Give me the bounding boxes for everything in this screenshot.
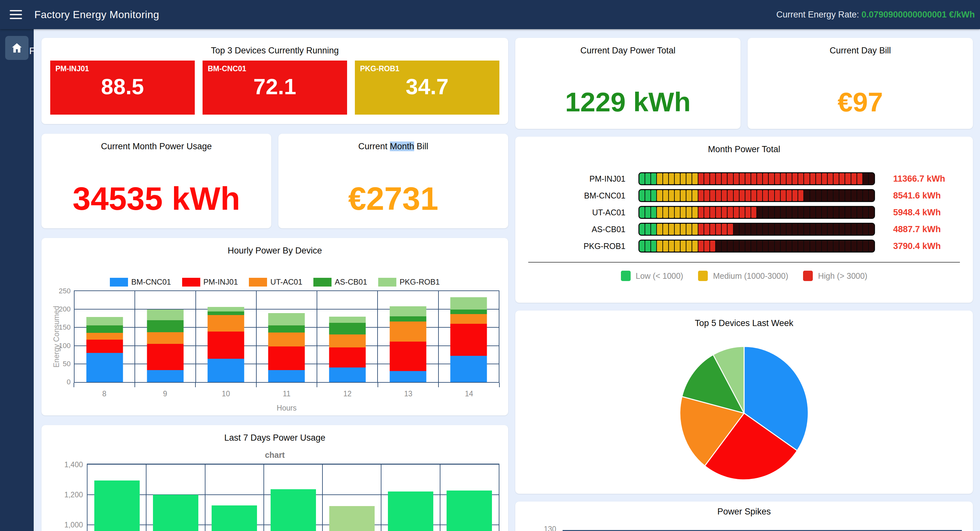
hamburger-menu-icon[interactable]: [10, 10, 22, 19]
gauge-segment: [640, 190, 644, 201]
gauge-segment: [816, 207, 821, 218]
gauge-segment: [722, 241, 727, 252]
bar-segment: [86, 325, 123, 333]
gauge-segment: [798, 190, 803, 201]
gauge-segment: [698, 190, 703, 201]
gauge-segment: [745, 173, 751, 184]
device-tile-label: PM-INJ01: [50, 60, 195, 73]
gauge-segment: [769, 190, 774, 201]
gauge-segment: [857, 190, 862, 201]
gridline-vertical: [322, 464, 323, 531]
hourly-legend-item: UT-AC01: [249, 277, 302, 287]
bar-segment: [329, 317, 366, 323]
gauge-device-label: PKG-ROB1: [515, 241, 638, 251]
gauge-segment: [751, 190, 756, 201]
gauge-bar: [638, 239, 875, 252]
card-last7-days: Last 7 Days Power Usage chart 1,4001,200…: [41, 425, 508, 531]
gauge-segment: [722, 190, 727, 201]
card-title: Month Power Total: [515, 136, 973, 154]
gauge-segment: [763, 241, 768, 252]
bar-segment: [390, 322, 426, 342]
gauge-segment: [681, 224, 686, 235]
legend-label: Medium (1000-3000): [713, 271, 788, 281]
gauge-segment: [645, 207, 651, 218]
gauge-segment: [834, 224, 839, 235]
gridline-vertical: [205, 464, 205, 531]
gauge-segment: [716, 190, 721, 201]
card-title: Current Month Power Usage: [41, 134, 271, 152]
y-tick-label: 1,200: [64, 491, 83, 499]
axis-tick: [195, 383, 196, 387]
gauge-segment: [851, 224, 856, 235]
gauge-segment: [845, 173, 850, 184]
gauge-segment: [734, 207, 739, 218]
device-tile-value: 34.7: [355, 74, 500, 99]
axis-tick: [438, 383, 439, 387]
hour-group: [317, 291, 378, 382]
card-current-day-power-total: Current Day Power Total 1229 kWh: [515, 38, 740, 129]
stacked-bar: [450, 291, 487, 382]
gauge-segment: [810, 241, 815, 252]
gauge-segment: [816, 224, 821, 235]
gauge-segment: [669, 190, 674, 201]
gauge-segment: [669, 173, 674, 184]
x-tick-label: 11: [256, 390, 317, 398]
gauge-segment: [740, 173, 745, 184]
title-highlighted-word: Month: [390, 141, 414, 151]
bar-segment: [329, 368, 366, 382]
x-tick-label: 12: [317, 390, 378, 398]
axis-tick: [317, 383, 317, 387]
device-tile: PKG-ROB134.7: [355, 60, 500, 115]
gauge-segment: [663, 241, 668, 252]
card-current-month-power-usage: Current Month Power Usage 34535 kWh: [41, 134, 271, 228]
gauge-device-label: UT-AC01: [515, 208, 638, 217]
gauge-segment: [834, 190, 839, 201]
title-part: Bill: [417, 141, 428, 151]
legend-label: High (> 3000): [818, 271, 867, 281]
bar-segment: [208, 315, 244, 331]
gauge-segment: [745, 207, 751, 218]
gauge-legend: Low (< 1000)Medium (1000-3000)High (> 30…: [515, 271, 973, 281]
gridline-vertical: [264, 464, 264, 531]
gridline-vertical: [381, 464, 382, 531]
gauge-segment: [640, 173, 644, 184]
gauge-segment: [675, 173, 680, 184]
gauge-segment: [857, 173, 862, 184]
card-title: Power Spikes: [515, 501, 973, 517]
gauge-segment: [698, 224, 703, 235]
stacked-bar: [86, 291, 123, 382]
sidebar-home-button[interactable]: [5, 36, 29, 60]
legend-label: BM-CNC01: [131, 277, 171, 287]
gauge-segment: [651, 173, 656, 184]
gauge-segment: [851, 207, 856, 218]
gauge-segment: [828, 224, 833, 235]
device-tile-label: BM-CNC01: [202, 60, 347, 73]
gauge-segment: [786, 224, 792, 235]
gauge-segment: [828, 190, 833, 201]
gauge-legend-item: High (> 3000): [803, 271, 867, 281]
gauge-segment: [651, 224, 656, 235]
bar-segment: [208, 311, 244, 315]
x-tick-label: 8: [74, 390, 135, 398]
card-title: Top 3 Devices Currently Running: [41, 38, 508, 56]
gauge-segment: [740, 241, 745, 252]
card-title: Current Day Bill: [748, 38, 973, 56]
hourly-y-axis-label: Energy Consumed: [52, 306, 61, 368]
gauge-segment: [763, 224, 768, 235]
current-energy-rate: Current Energy Rate: 0.0790900000000001 …: [776, 10, 975, 20]
day-bar: [329, 506, 375, 531]
gauge-segment: [745, 241, 751, 252]
legend-swatch: [182, 278, 200, 287]
gauge-segment: [781, 241, 786, 252]
gauge-segment: [845, 241, 850, 252]
y-tick-label: 200: [59, 305, 71, 314]
legend-swatch: [249, 278, 267, 287]
hourly-legend-item: PM-INJ01: [182, 277, 238, 287]
gauge-segment: [792, 241, 797, 252]
hourly-legend-item: PKG-ROB1: [378, 277, 440, 287]
stacked-bar: [268, 291, 305, 382]
pie-chart: [515, 344, 973, 482]
gauge-segment: [734, 224, 739, 235]
gauge-segment: [640, 241, 644, 252]
gauge-row: UT-AC015948.4 kWh: [515, 206, 973, 219]
